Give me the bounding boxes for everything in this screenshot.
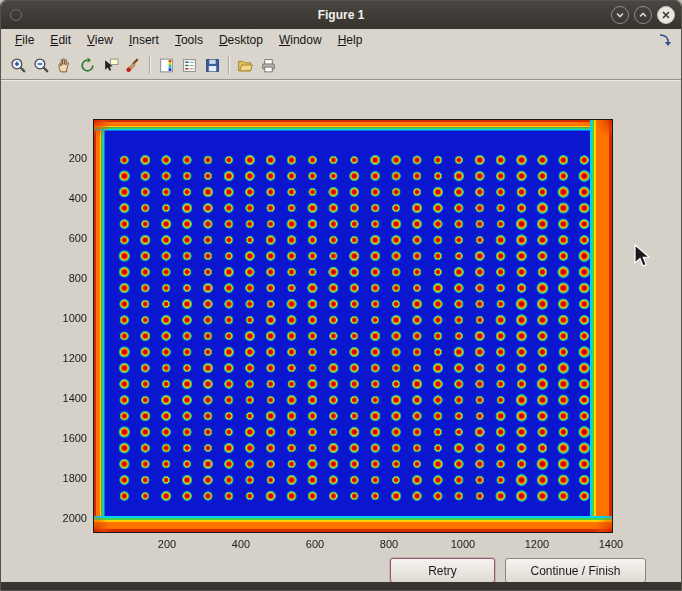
- y-tick-label: 2000: [41, 512, 87, 524]
- pan-icon: [56, 57, 73, 74]
- x-tick-label: 1200: [513, 538, 561, 550]
- zoom-out-icon: [33, 57, 50, 74]
- minimize-button[interactable]: [611, 6, 629, 24]
- save-icon: [204, 57, 221, 74]
- figure-client-area: 200400600800100012001400160018002000 200…: [1, 81, 681, 582]
- close-icon: [660, 9, 672, 21]
- window-title: Figure 1: [1, 8, 681, 22]
- x-tick-label: 1400: [587, 538, 635, 550]
- y-tick-label: 800: [41, 272, 87, 284]
- continue-finish-button[interactable]: Continue / Finish: [505, 558, 646, 583]
- data-cursor-button[interactable]: [99, 54, 122, 77]
- toolbar: [1, 51, 681, 79]
- menu-insert[interactable]: Insert: [121, 29, 167, 51]
- x-tick-label: 200: [143, 538, 191, 550]
- insert-legend-button[interactable]: [178, 54, 201, 77]
- insert-colorbar-button[interactable]: [155, 54, 178, 77]
- zoom-in-icon: [10, 57, 27, 74]
- open-folder-icon: [237, 57, 254, 74]
- menu-desktop[interactable]: Desktop: [211, 29, 271, 51]
- pan-button[interactable]: [53, 54, 76, 77]
- toolbar-divider: [228, 56, 230, 74]
- menu-file[interactable]: File: [7, 29, 42, 51]
- y-tick-label: 400: [41, 192, 87, 204]
- insert-legend-icon: [181, 57, 198, 74]
- data-cursor-icon: [102, 57, 119, 74]
- insert-colorbar-icon: [158, 57, 175, 74]
- zoom-out-button[interactable]: [30, 54, 53, 77]
- brush-button[interactable]: [122, 54, 145, 77]
- toolbar-divider: [149, 56, 151, 74]
- y-tick-label: 1000: [41, 312, 87, 324]
- window-controls: [611, 6, 675, 24]
- menubar: FileEditViewInsertToolsDesktopWindowHelp: [1, 29, 681, 51]
- window-border-bottom: [1, 582, 681, 590]
- y-tick-label: 600: [41, 232, 87, 244]
- print-icon: [260, 57, 277, 74]
- close-button[interactable]: [657, 6, 675, 24]
- rotate-3d-icon: [79, 57, 96, 74]
- menu-window[interactable]: Window: [271, 29, 330, 51]
- menubar-items: FileEditViewInsertToolsDesktopWindowHelp: [1, 29, 681, 51]
- retry-button[interactable]: Retry: [390, 558, 495, 583]
- x-tick-label: 800: [365, 538, 413, 550]
- menu-tools[interactable]: Tools: [167, 29, 211, 51]
- y-tick-label: 200: [41, 152, 87, 164]
- dock-figure-icon[interactable]: [657, 32, 673, 48]
- brush-icon: [125, 57, 142, 74]
- maximize-button[interactable]: [634, 6, 652, 24]
- y-tick-label: 1600: [41, 432, 87, 444]
- open-folder-button[interactable]: [234, 54, 257, 77]
- x-tick-label: 600: [291, 538, 339, 550]
- menu-edit[interactable]: Edit: [42, 29, 79, 51]
- y-tick-label: 1400: [41, 392, 87, 404]
- titlebar[interactable]: Figure 1: [1, 1, 681, 29]
- chevron-up-icon: [637, 9, 649, 21]
- curved-arrow-icon: [657, 32, 673, 48]
- zoom-in-button[interactable]: [7, 54, 30, 77]
- x-tick-label: 400: [217, 538, 265, 550]
- rotate-3d-button[interactable]: [76, 54, 99, 77]
- save-button[interactable]: [201, 54, 224, 77]
- x-tick-label: 1000: [439, 538, 487, 550]
- axes[interactable]: [93, 119, 613, 533]
- figure-image[interactable]: [94, 120, 612, 532]
- mouse-cursor: [634, 244, 652, 270]
- figure-window: Figure 1 FileEditViewInsertToolsDesktopW…: [0, 0, 682, 591]
- y-tick-label: 1200: [41, 352, 87, 364]
- print-button[interactable]: [257, 54, 280, 77]
- chevron-down-icon: [614, 9, 626, 21]
- y-tick-label: 1800: [41, 472, 87, 484]
- menu-help[interactable]: Help: [330, 29, 371, 51]
- menu-view[interactable]: View: [79, 29, 121, 51]
